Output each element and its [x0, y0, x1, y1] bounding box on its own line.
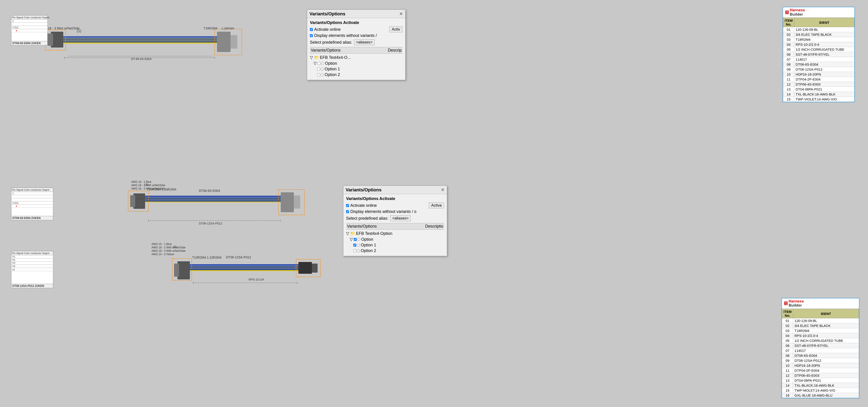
table-row: 08DT06-6S-E004: [783, 62, 855, 67]
variants-lower-close-button[interactable]: ✕: [441, 187, 445, 193]
bom-cell-num: 08: [783, 62, 794, 67]
alias-row-upper: Select predefined alias: <aliases>: [310, 39, 403, 45]
table-row: 04RPS-10-2/2.0-4: [783, 42, 855, 47]
variants-col2-lower: Descriptio: [425, 224, 443, 229]
bom-cell-ident: 120-126-09-BL: [794, 27, 854, 32]
bom-cell-num: 13: [783, 87, 794, 92]
activate-button-lower[interactable]: Activa: [429, 202, 444, 208]
activate-online-checkbox-upper[interactable]: [310, 28, 313, 31]
svg-text:Pin  Signal  Color  conductor : Pin Signal Color conductor Segmt: [12, 188, 49, 191]
activate-online-row-upper: Activate online Activ: [310, 26, 403, 32]
svg-rect-86: [190, 268, 298, 269]
bom-cell-num: 01: [782, 318, 793, 323]
display-elements-label-upper: Display elements without variants /: [314, 33, 377, 38]
tree-item-2a-upper: Option 1: [317, 66, 403, 72]
svg-rect-88: [298, 262, 312, 274]
bom-cell-num: 06: [783, 52, 794, 57]
activate-button-upper[interactable]: Activ: [389, 26, 403, 32]
activate-online-checkbox-lower[interactable]: [346, 204, 349, 207]
svg-text:AWG 14 - 3 Yellow: AWG 14 - 3 Yellow: [151, 253, 174, 256]
bom-cell-num: 11: [782, 368, 793, 373]
variants-upper-close-button[interactable]: ✕: [399, 11, 403, 17]
variants-tree-lower: ▽ 📁 EFB Test4x4-Option ▽ Option Option 1: [346, 231, 444, 254]
bom-cell-num: 12: [783, 82, 794, 87]
svg-rect-38: [11, 205, 53, 208]
table-row: 13DT04-08PA-P021: [782, 378, 859, 383]
bom-cell-ident: SST-48-07/FR-97/YEL: [793, 343, 859, 348]
svg-rect-32: [11, 192, 53, 195]
svg-rect-65: [145, 197, 281, 198]
svg-rect-83: [190, 264, 298, 265]
tree-check-1-lower[interactable]: [354, 238, 357, 241]
bom-cell-ident: SST-48-07/FR-97/YEL: [794, 52, 854, 57]
bom-lower-table: ITEM No. IDENT 01120-126-09-BL023/4 ELEC…: [782, 309, 859, 398]
svg-rect-91: [296, 259, 320, 277]
svg-rect-68: [145, 200, 281, 202]
tree-check-1-upper[interactable]: [318, 62, 320, 65]
svg-rect-70: [294, 196, 300, 209]
alias-button-upper[interactable]: <aliases>: [354, 39, 375, 45]
svg-text:(1): (1): [77, 29, 81, 33]
table-row: 12DTP06-4S-E003: [782, 373, 859, 378]
svg-rect-8: [217, 32, 230, 52]
tree-expand-icon-lower: ▽: [346, 231, 349, 236]
svg-rect-51: [11, 265, 53, 268]
bom-cell-ident: DT06-6S-E004: [793, 353, 859, 358]
bom-cell-ident: DTP06-4S-E003: [794, 82, 854, 87]
variants-table-header-lower: Variants/Options Descriptio: [346, 223, 444, 230]
tree-expand-icon-upper: ▽: [310, 55, 313, 60]
activate-online-label-upper: Activate online: [314, 27, 341, 32]
folder-icon-upper: 📁: [314, 55, 319, 60]
tree-label-0-upper: EFB Test4x4-O...: [320, 55, 351, 60]
svg-rect-5: [63, 40, 217, 41]
display-elements-checkbox-lower[interactable]: [346, 210, 349, 213]
bom-cell-num: 01: [783, 27, 794, 32]
table-row: 023/4 ELEC TAPE BLACK: [782, 323, 859, 328]
table-row: 15TWP-MOLET:14-AWG-V/O: [782, 388, 859, 393]
bom-cell-ident: 3/4 ELEC TAPE BLACK: [794, 32, 854, 37]
tree-check-2b-upper[interactable]: [317, 73, 320, 76]
bom-upper-header: ⊞ Harness Builder: [783, 7, 855, 18]
tree-label-1-upper: Option: [325, 61, 337, 66]
svg-rect-63: [145, 197, 281, 202]
svg-text:P4: P4: [12, 265, 16, 268]
bom-cell-num: 13: [782, 378, 793, 383]
harness-builder-logo-lower: ⊞: [784, 300, 788, 306]
tree-check-2a-lower[interactable]: [353, 244, 356, 246]
tree-check-2a-upper[interactable]: [317, 68, 320, 70]
bom-upper: ⊞ Harness Builder ITEM No. IDENT 01120-1…: [782, 7, 855, 102]
variants-col1-upper: Variants/Options: [311, 48, 388, 53]
display-elements-checkbox-upper[interactable]: [310, 34, 313, 37]
svg-text:P1: P1: [12, 256, 16, 258]
tree-circle-1-lower: [357, 238, 360, 241]
tree-label-0-lower: EFB Test4x4-Option: [356, 231, 393, 236]
bom-cell-ident: 120-126-09-BL: [793, 318, 859, 323]
svg-rect-55: [11, 284, 53, 288]
svg-rect-89: [312, 264, 318, 272]
bom-cell-ident: DTP04-2P-E004: [794, 77, 854, 82]
svg-text:♥: ♥: [16, 205, 17, 207]
svg-rect-72: [278, 190, 305, 215]
bom-cell-ident: 114017: [794, 57, 854, 62]
svg-rect-82: [190, 266, 298, 271]
svg-rect-25: [11, 29, 48, 32]
alias-button-lower[interactable]: <aliases>: [390, 215, 411, 221]
svg-rect-27: [11, 41, 48, 45]
svg-text:DT06-6S-E004      ZUKEN: DT06-6S-E004 ZUKEN: [12, 216, 41, 220]
table-row: 14TXL-BLACK:16-AWG-BLK: [783, 92, 855, 97]
bom-cell-num: 04: [782, 333, 793, 338]
tree-item-0-upper: ▽ 📁 EFB Test4x4-O...: [310, 55, 403, 60]
svg-rect-20: [11, 20, 48, 23]
bom-cell-ident: 1/2 INCH CORRUGATED TUBE: [793, 338, 859, 343]
canvas-area: (1) AWG 18 - 3 Wire w/Net/Side T18R2M4 1…: [0, 0, 868, 407]
bom-cell-num: 04: [783, 42, 794, 47]
tree-check-2b-lower[interactable]: [353, 249, 356, 252]
svg-text:RPS-10-2/4: RPS-10-2/4: [249, 278, 264, 281]
bom-upper-table: ITEM No. IDENT 01120-126-09-BL023/4 ELEC…: [783, 18, 855, 102]
tree-item-1-upper: ▽ Option: [313, 60, 403, 66]
bom-cell-num: 09: [782, 358, 793, 363]
bom-cell-ident: RPS-10-2/2.0-4: [794, 42, 854, 47]
activate-online-label-lower: Activate online: [350, 203, 377, 208]
variants-tree-upper: ▽ 📁 EFB Test4x4-O... ▽ Option Option 1: [310, 55, 403, 78]
svg-rect-36: [11, 201, 53, 205]
